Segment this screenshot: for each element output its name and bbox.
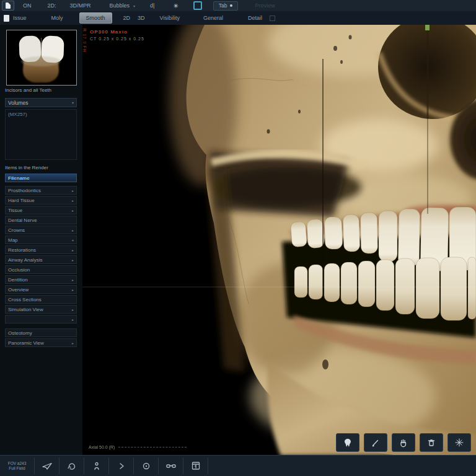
sidebar-item-label: Map [8,237,18,243]
sidebar-item-label: Restorations [8,247,36,253]
viewport-toolbar [336,433,471,452]
menu-item-preview: Preview [255,2,275,9]
sidebar-item-label: Cross Sections [8,297,42,302]
sparkle-tool-button[interactable] [447,433,471,452]
incisors-preview-image [7,30,75,84]
sidebar: Incisors and all Teeth Volumes ▾ (MX257)… [0,25,83,456]
sidebar-item[interactable]: Airway Analysis ▸ [5,255,77,264]
sidebar-item[interactable]: Cross Sections [5,295,77,304]
tooth-tool-button[interactable] [336,433,359,452]
volumes-label: Volumes [8,100,29,106]
caret-icon: ▸ [72,288,74,292]
sidebar-item[interactable]: Dentition ▸ [5,275,77,284]
sidebar-item-label: Crowns [8,227,25,233]
sidebar-item-label: Osteotomy [8,330,32,336]
scale-indicator: Axial 50.0 (R) [89,445,187,449]
caret-icon: ▸ [72,248,74,252]
sidebar-item-label: Overview [8,287,29,293]
next-button[interactable] [109,456,133,476]
tab-visibility[interactable]: Visibility [160,15,180,21]
sidebar-item[interactable]: Map ▾ [5,236,77,244]
pen-tool-button[interactable] [364,433,387,452]
hand-icon [399,438,408,447]
caret-icon: ▸ [72,188,74,193]
chevron-right-icon [117,462,126,470]
menu-item-2d[interactable]: 2D: [48,2,56,9]
sidebar-item[interactable]: Osteotomy [5,328,77,337]
panel-toggle-icon[interactable] [193,1,202,10]
caret-icon: ▸ [72,208,74,213]
sidebar-item[interactable]: Panoramic View ▸ [5,338,77,347]
chevron-down-icon: ▾ [72,100,74,105]
scan-info-line1: OP300 Maxio [90,29,144,35]
sidebar-item-label: Hard Tissue [8,198,35,203]
implant-icon [92,462,102,470]
sidebar-item[interactable]: Restorations ▸ [5,245,77,254]
tab-2d[interactable]: 2D [123,15,131,21]
fov-line2: Full Field [9,466,25,471]
sidebar-item-label: Filename [8,175,30,181]
sidebar-item-label: Dentition [8,277,28,283]
menu-item-d[interactable]: d| [150,2,154,9]
sidebar-item[interactable]: Dental Nerve [5,216,77,224]
field-of-view-button[interactable]: FOV a243 Full Field [0,456,34,476]
sidebar-item-label: Tissue [8,208,22,213]
target-tool-button[interactable] [134,456,158,476]
teeth-thumbnail[interactable] [6,30,77,86]
sidebar-item-label: Airway Analysis [8,257,43,263]
volume-list-panel[interactable]: (MX257) [5,109,77,160]
volumes-dropdown[interactable]: Volumes ▾ [5,98,77,107]
sidebar-item[interactable]: Occlusion [5,265,77,274]
sidebar-item[interactable]: Simulation View ▸ [5,305,77,314]
calendar-button[interactable] [183,456,208,476]
ruler-line [118,447,187,447]
tab-issue[interactable]: Issue [13,15,27,21]
tooth-icon [343,438,353,447]
checkbox-icon[interactable] [270,15,275,21]
menubar-row1: ON 2D: 3D/MPR Bubbles ▾ d| ✳ Tab Preview [0,0,476,12]
sidebar-item[interactable]: Overview ▸ [5,285,77,294]
sidebar-item-label: Occlusion [8,267,30,273]
caret-icon: ▸ [72,228,74,232]
document-icon [4,15,9,22]
render-items-section-label: Items in the Render [5,165,48,170]
tab-detail[interactable]: Detail [248,15,262,21]
tab-general[interactable]: General [203,15,223,21]
sidebar-item[interactable]: Hard Tissue ▸ [5,196,77,205]
caret-icon: ▸ [72,258,74,262]
app-icon[interactable] [2,1,14,11]
caret-icon: ▾ [72,238,74,242]
rotate-icon [67,462,77,470]
starburst-icon[interactable]: ✳ [173,2,178,9]
plane-icon [42,462,53,470]
menu-item-on[interactable]: ON [23,2,32,9]
tab-button[interactable]: Tab [213,1,238,11]
green-marker [425,25,430,30]
scan-info-overlay: OP300 Maxio CT 0.25 x 0.25 x 0.25 [90,29,144,42]
scan-view-button[interactable] [159,456,183,476]
sidebar-item[interactable]: Prosthodontics ▸ [5,186,77,195]
tab-3d[interactable]: 3D [138,15,145,21]
orientation-label: R 17.0 FH [82,29,87,53]
sidebar-item-filename[interactable]: Filename [5,174,77,182]
hand-tool-button[interactable] [392,433,415,452]
sidebar-item[interactable]: Tissue ▸ [5,206,77,214]
implant-tool-button[interactable] [84,456,108,476]
menu-item-bubbles[interactable]: Bubbles [110,2,130,9]
menu-item-3dmpr[interactable]: 3D/MPR [70,2,91,9]
tab-button-label: Tab [219,2,227,9]
delete-tool-button[interactable] [420,433,443,452]
tab-smooth-selected[interactable]: Smooth [79,12,112,24]
tab-moly[interactable]: Moly [51,15,63,21]
skull-render [82,25,476,456]
chevron-down-icon: ▾ [133,4,135,8]
plane-tool-button[interactable] [35,456,59,476]
rotate-tool-button[interactable] [60,456,84,476]
scan-glasses-icon [165,462,177,470]
calendar-icon [191,461,201,470]
sidebar-item[interactable]: Crowns ▸ [5,226,77,234]
3d-viewport[interactable]: OP300 Maxio CT 0.25 x 0.25 x 0.25 R 17.0… [82,25,476,456]
target-icon [142,462,151,470]
sidebar-item[interactable]: ▸ [5,315,77,324]
caret-icon: ▸ [72,307,74,312]
